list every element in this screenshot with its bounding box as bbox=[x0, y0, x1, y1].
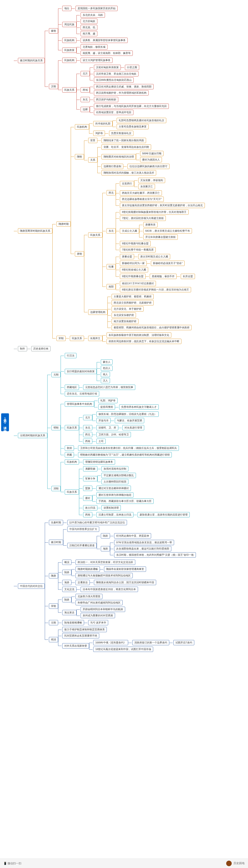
leaf: 清政府签订的第一个边界条约 bbox=[132, 640, 169, 645]
leaf: 唐太宗征服高昌设置安西都护府；则天时设置北庭都护府，分治天山南北 bbox=[120, 203, 205, 208]
st-ll: 陆路 bbox=[62, 570, 71, 575]
han-jigou: 民族机构 bbox=[62, 58, 76, 63]
qing-jd: 军事斗争 bbox=[83, 476, 97, 481]
leaf: 汉武帝派卫青、霍去病三次出击匈奴 bbox=[94, 71, 138, 76]
qin-zhengce: 民族政策 bbox=[62, 48, 76, 53]
leaf: 南抚夷、越，设立南海郡、桂林郡、象郡等 bbox=[81, 51, 133, 56]
leaf: 唐蕃和亲 bbox=[143, 222, 157, 227]
leaf: 设都司、卫、所 bbox=[96, 425, 118, 430]
leaf: 北族势力强大而受阻 bbox=[75, 594, 102, 599]
jigou: 民族机构 bbox=[75, 124, 89, 129]
leaf: 各民族政权吸收中原王朝的政治制度、治理经验和文化 bbox=[106, 333, 171, 338]
leaf: 隋朝重庆对岭南地区的治理 bbox=[101, 154, 136, 159]
yd: 元朝 bbox=[49, 620, 58, 625]
leaf: 加强对漠南布拉控制 bbox=[101, 466, 128, 471]
leaf: 东北的夫余、乌桓 bbox=[81, 12, 105, 18]
leaf: 明朝敕封西藏宗教领袖为"王""法王"，建立羁縻性质的都司等机构对西藏进行管辖 bbox=[78, 452, 172, 458]
suitang-period: 隋唐时期 bbox=[57, 221, 71, 227]
ming-gx: 民族关系 bbox=[65, 425, 79, 430]
leaf: 7世纪松赞干布统一青藏高原 bbox=[120, 247, 156, 252]
leaf: 民间贸易和走私贸易屡禁不绝 bbox=[62, 633, 99, 639]
leaf: 新修睦邻以同为一家 bbox=[120, 260, 147, 266]
leaf: 卫所方面、沙州、哈密等卫 bbox=[96, 432, 131, 437]
hlsi: 鸿胪寺 bbox=[93, 131, 105, 136]
qin-diwei: 地位 bbox=[62, 6, 71, 11]
leaf: 中国与外部世界交往扩大 bbox=[67, 527, 99, 532]
yuan-xz: 西藏地区 bbox=[65, 384, 79, 390]
root-node: 第11课 中国古代的民族关系与对外交往 bbox=[1, 413, 9, 431]
qin-jigou: 民族机构 bbox=[62, 38, 76, 43]
leaf: 新修睦邻必须派天子"宿命" bbox=[151, 260, 185, 266]
leaf: 日本向中国派遣唐使近20次，将唐文化带到日本 bbox=[81, 587, 138, 592]
han-bj: 边疆 bbox=[81, 107, 90, 112]
leaf: 文成公主入藏 bbox=[120, 228, 139, 234]
leaf: 8世纪前期册封靺鞨族粟末部首领大祚荣，任其封渤海郡王 bbox=[120, 210, 188, 215]
leaf: 设典客、典属国等官职来掌管民族事务 bbox=[81, 38, 128, 43]
leaf: 隋唐时期路路通畅 bbox=[75, 566, 100, 572]
leaf: 97年甘英出使西域抵达条支安息，准达波斯湾一带 bbox=[114, 540, 174, 545]
leaf: 南诏13个王中9个经过唐册封 bbox=[120, 281, 156, 286]
leaf: 致力于维护朝贡体制和朝贡贸易体系 bbox=[62, 627, 107, 632]
leaf: 7世纪，唐封回纥首领为大将建立政权 bbox=[120, 216, 166, 221]
qing-jg: 民族机构 bbox=[65, 459, 79, 465]
song-ll: 陆路 bbox=[62, 597, 71, 602]
leaf: 东北设安东都护府 bbox=[112, 312, 136, 318]
st-hl: 海路 bbox=[62, 580, 71, 585]
leaf: 交通发达 bbox=[75, 580, 90, 585]
leaf: 北方设安北、单于都护府 bbox=[112, 306, 144, 312]
han-xi: 西域 bbox=[81, 87, 90, 93]
leaf: 册封五世班禅为班禅额尔德尼 bbox=[96, 492, 133, 498]
leaf: 南方设置安南都护府 bbox=[112, 319, 138, 324]
qing-hm: 盟旗 bbox=[83, 486, 92, 491]
leaf: 西北设立安西都护府、北庭都护府 bbox=[112, 300, 154, 305]
han-guanxi: 民族关系 bbox=[62, 87, 76, 93]
leaf: 西汉设西域都护府，作为管理西域的军政机构 bbox=[94, 90, 149, 95]
leaf: 8世纪唐玄宗册封首领皮罗阁统一六诏，唐玄宗封他为云南王 bbox=[120, 287, 191, 292]
mq: 明清 bbox=[49, 637, 58, 642]
leaf: 推行屯戍政策，与当地民族共同开发边疆，向北方大量移民屯田 bbox=[94, 103, 169, 109]
tang-bjjg: 边疆管理机构 bbox=[88, 310, 107, 315]
leaf: 641年，唐太宗将文成公主嫁给松赞干布 bbox=[143, 228, 192, 234]
leaf: 1689年中俄《尼布楚条约》 bbox=[93, 640, 128, 645]
st-wh: 文化交流 bbox=[62, 587, 76, 592]
ming-xb: 西北 bbox=[83, 432, 92, 437]
leaf: 还在东北、云南等地设行省 bbox=[65, 391, 99, 396]
leaf: 试图开启7条约 bbox=[174, 640, 194, 645]
st: 隋唐 bbox=[49, 573, 58, 579]
leaf: 开放马市 bbox=[96, 418, 111, 423]
st-gk: 概况 bbox=[62, 560, 71, 565]
leaf: 北方的匈奴 bbox=[81, 19, 97, 24]
leaf: 实行明显的差别对待政策 bbox=[65, 369, 97, 374]
leaf: 主要是大都护府、都督府、羁縻府 bbox=[112, 294, 154, 299]
leaf: 隋朝裴从南海到达赤土国，国王送其回时馈赠来中国 bbox=[94, 580, 156, 585]
leaf: 从合浦郡徐闻县出发，最远可以航行到印度南部 bbox=[114, 546, 171, 551]
leaf: 经河西走廊向中亚、西亚延伸 bbox=[114, 533, 151, 538]
leaf: 元世祖忽必烈封八思巴为帝师，领宣政院事 bbox=[83, 384, 135, 390]
leaf: 设置机制清理 bbox=[101, 505, 121, 510]
leaf: 隋炀帝命裴矩驻张掖管理通商事宜 bbox=[104, 566, 146, 572]
leaf: 都督府部、羁縻州府由各民族首领担任，由大都护管辖隶属中央政府 bbox=[112, 325, 191, 330]
leaf: 8世纪初金城公主入藏 bbox=[120, 267, 148, 272]
author-section: 制作 bbox=[18, 346, 27, 351]
leaf: 色目人 bbox=[101, 366, 113, 371]
leaf: 长庆会盟 bbox=[181, 274, 195, 279]
leaf: 提督四夷馆 bbox=[98, 404, 115, 410]
sui-gx: 关系 bbox=[88, 157, 97, 162]
leaf: 设立大鸿胪管理民族事务 bbox=[81, 58, 113, 63]
leaf: 西北羌、氐 bbox=[81, 25, 97, 30]
leaf: 蒙古人 bbox=[101, 360, 113, 365]
leaf: 白登之围 bbox=[125, 65, 139, 70]
section-qinhan: 秦汉时期的民族关系 bbox=[18, 58, 45, 63]
leaf: 汉人 bbox=[101, 378, 110, 383]
leaf: 患难相恤，暴掠不作 bbox=[150, 274, 177, 279]
leaf: 陆海道都相通畅 bbox=[62, 620, 84, 625]
leaf: 南人 bbox=[101, 372, 110, 377]
dw: 对外关系出现新转变 bbox=[62, 643, 89, 649]
hai: 海路 bbox=[101, 546, 110, 551]
han-db: 东北 bbox=[81, 97, 90, 102]
ming-bei: 北方 bbox=[83, 415, 92, 420]
leaf: 土尔扈特部回归祖国 bbox=[101, 479, 128, 484]
qing-gtl: 改土归流 bbox=[83, 505, 97, 510]
hjt: 汉朝已经开通通往渠道 bbox=[67, 543, 97, 548]
sbsheng: 尚书省的礼部 bbox=[93, 121, 113, 126]
